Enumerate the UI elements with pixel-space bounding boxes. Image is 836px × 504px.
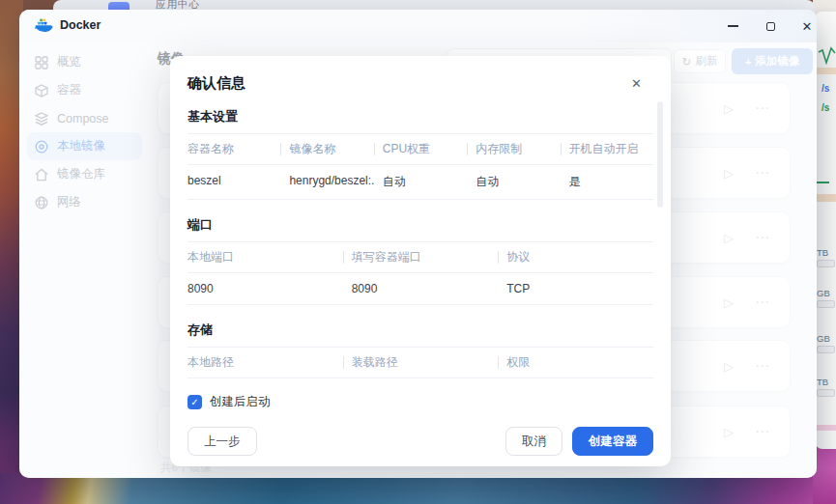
ports-header-row: 本地端口 填写容器端口 协议 (187, 241, 653, 273)
storage-unit-label: TB (817, 377, 836, 387)
storage-usage-bar (817, 300, 835, 308)
storage-item: TB (817, 377, 836, 397)
column-header: 本地端口 (187, 249, 343, 266)
cpu-weight-value: 自动 (374, 174, 467, 190)
column-header: 装载路径 (343, 354, 499, 371)
memory-limit-value: 自动 (467, 174, 560, 190)
confirm-info-modal: 确认信息 ✕ 基本设置 容器名称 镜像名称 CPU权重 内存限制 开机自动开启 … (170, 56, 671, 466)
storage-item: GB (817, 333, 836, 353)
window-titlebar: Docker ✕ (19, 10, 817, 42)
column-header: 容器名称 (187, 141, 280, 157)
basic-settings-data-row: beszel henrygd/beszel:... 自动 自动 是 (187, 165, 653, 200)
container-port-value: 8090 (343, 282, 499, 295)
storage-unit-label: GB (817, 288, 836, 298)
net-download-speed: /s (822, 83, 829, 94)
column-header: CPU权重 (374, 141, 467, 157)
close-modal-icon[interactable]: ✕ (631, 76, 642, 91)
previous-step-button[interactable]: 上一步 (187, 427, 257, 456)
storage-usage-bar (817, 389, 835, 397)
system-monitor-widget: /s /s TB GB GB TB (815, 12, 836, 449)
column-header: 权限 (498, 354, 653, 371)
create-container-button[interactable]: 创建容器 (572, 427, 653, 456)
storage-unit-label: TB (817, 247, 836, 258)
ports-data-row: 8090 8090 TCP (187, 273, 653, 305)
window-title: Docker (60, 18, 101, 32)
section-title-ports: 端口 (187, 216, 653, 234)
net-upload-speed: /s (822, 102, 829, 113)
column-header: 开机自动开启 (561, 141, 653, 157)
cancel-button[interactable]: 取消 (505, 427, 562, 456)
container-name-value: beszel (187, 174, 280, 190)
storage-header-row: 本地路径 装载路径 权限 (187, 347, 653, 378)
column-header: 本地路径 (187, 354, 343, 371)
storage-unit-label: GB (817, 333, 836, 344)
image-name-value: henrygd/beszel:... (280, 174, 373, 190)
column-header: 镜像名称 (280, 141, 373, 157)
column-header: 填写容器端口 (343, 249, 499, 266)
section-title-basic-settings: 基本设置 (187, 108, 653, 126)
modal-scrollbar-thumb[interactable] (657, 101, 663, 208)
minimize-button[interactable] (720, 17, 745, 35)
basic-settings-header-row: 容器名称 镜像名称 CPU权重 内存限制 开机自动开启 (187, 133, 653, 165)
widget-pink-line (815, 425, 836, 431)
close-window-button[interactable]: ✕ (794, 17, 817, 35)
section-title-storage: 存储 (187, 322, 653, 339)
widget-green-line (817, 182, 829, 183)
widget-divider-2 (815, 194, 836, 202)
storage-usage-bar (817, 260, 835, 267)
autostart-checkbox[interactable]: ✓ (187, 395, 202, 409)
local-port-value: 8090 (187, 282, 343, 295)
maximize-button[interactable] (758, 17, 783, 35)
widget-divider (815, 68, 836, 74)
autostart-checkbox-label: 创建后启动 (210, 394, 271, 410)
protocol-value: TCP (498, 282, 653, 295)
check-icon: ✓ (190, 397, 198, 407)
network-chart-icon (818, 46, 836, 66)
storage-item: TB (817, 247, 836, 267)
column-header: 内存限制 (467, 141, 560, 157)
autostart-value: 是 (561, 174, 653, 190)
modal-title: 确认信息 (187, 74, 245, 93)
storage-item: GB (817, 288, 836, 308)
column-header: 协议 (498, 249, 653, 266)
storage-usage-bar (817, 346, 835, 353)
docker-whale-icon (35, 18, 53, 34)
